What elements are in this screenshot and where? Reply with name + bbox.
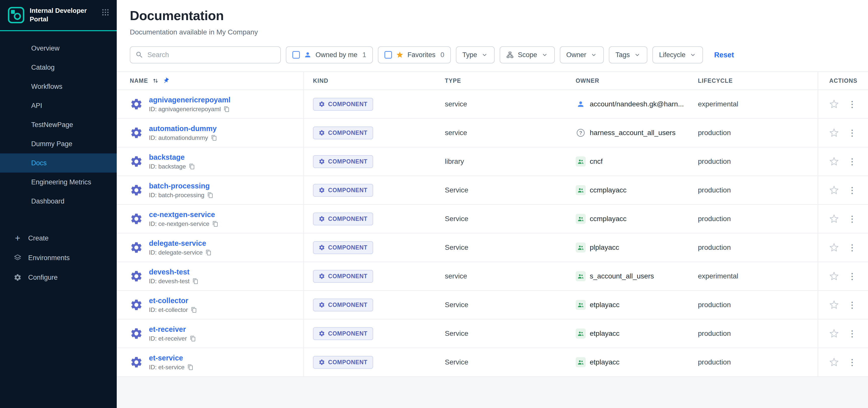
sidebar-item[interactable]: Overview	[0, 39, 117, 58]
table-row[interactable]: et-collector ID: et-collector COMPONENT …	[117, 291, 868, 319]
favorite-star-icon[interactable]	[829, 272, 839, 281]
owner-value: account/nandeesh.gk@harn...	[590, 100, 684, 108]
table-row[interactable]: ce-nextgen-service ID: ce-nextgen-servic…	[117, 205, 868, 233]
table-row[interactable]: et-receiver ID: et-receiver COMPONENT Se…	[117, 319, 868, 348]
entity-name-link[interactable]: ce-nextgen-service	[149, 211, 218, 219]
kebab-menu-icon[interactable]: ⋮	[847, 156, 858, 167]
favorite-star-icon[interactable]	[829, 329, 839, 338]
component-gear-icon	[130, 155, 143, 168]
copy-icon[interactable]	[207, 192, 213, 198]
copy-icon[interactable]	[191, 307, 197, 313]
table-row[interactable]: batch-processing ID: batch-processing CO…	[117, 176, 868, 205]
table-row[interactable]: et-service ID: et-service COMPONENT Serv…	[117, 348, 868, 377]
favorite-star-icon[interactable]	[829, 357, 839, 367]
column-header-kind: KIND	[304, 72, 440, 90]
sidebar-item[interactable]: Docs	[0, 153, 117, 172]
owned-by-me-filter[interactable]: Owned by me 1	[286, 46, 373, 63]
column-name-label[interactable]: NAME	[130, 77, 148, 84]
page-subtitle: Documentation available in My Company	[130, 28, 855, 36]
filter-dropdown[interactable]: Tags	[609, 46, 647, 63]
group-icon	[577, 330, 584, 337]
filter-dropdown[interactable]: Scope	[500, 46, 555, 63]
component-gear-icon	[130, 298, 143, 311]
entity-name-link[interactable]: et-service	[149, 354, 193, 362]
copy-icon[interactable]	[189, 163, 195, 169]
table-row[interactable]: automation-dummy ID: automationdummy COM…	[117, 119, 868, 148]
copy-icon[interactable]	[187, 364, 193, 370]
entity-id: ID: devesh-test	[149, 278, 189, 285]
favorite-star-icon[interactable]	[829, 214, 839, 224]
filter-dropdown[interactable]: Type	[456, 46, 495, 63]
kebab-menu-icon[interactable]: ⋮	[847, 300, 858, 310]
type-value: Service	[445, 329, 468, 338]
gear-icon	[318, 158, 325, 165]
table-row[interactable]: delegate-service ID: delegate-service CO…	[117, 233, 868, 262]
main-content: Documentation Documentation available in…	[117, 0, 868, 408]
search-input[interactable]	[144, 47, 280, 63]
favorites-filter[interactable]: Favorites 0	[378, 46, 451, 63]
lifecycle-value: production	[698, 215, 731, 223]
table-row[interactable]: backstage ID: backstage COMPONENT librar…	[117, 148, 868, 176]
column-lifecycle-label: LIFECYCLE	[698, 77, 733, 84]
sidebar-item-configure[interactable]: Configure	[0, 268, 117, 287]
favorite-star-icon[interactable]	[829, 157, 839, 166]
sidebar-item[interactable]: TestNewPage	[0, 115, 117, 134]
owner-icon: ?	[576, 214, 586, 224]
entity-name-link[interactable]: devesh-test	[149, 268, 198, 276]
table-row[interactable]: agnivagenericrepoyaml ID: agnivagenericr…	[117, 90, 868, 119]
group-icon	[577, 215, 584, 222]
sidebar-item[interactable]: Engineering Metrics	[0, 172, 117, 192]
kind-badge: COMPONENT	[313, 184, 373, 197]
favorite-star-icon[interactable]	[829, 300, 839, 310]
lifecycle-value: production	[698, 186, 731, 194]
sidebar-item-environments[interactable]: Environments	[0, 248, 117, 268]
kebab-menu-icon[interactable]: ⋮	[847, 242, 858, 253]
entity-name-link[interactable]: batch-processing	[149, 182, 213, 190]
copy-icon[interactable]	[224, 106, 230, 112]
copy-icon[interactable]	[190, 336, 196, 342]
kebab-menu-icon[interactable]: ⋮	[847, 99, 858, 109]
copy-icon[interactable]	[206, 250, 212, 256]
kebab-menu-icon[interactable]: ⋮	[847, 128, 858, 138]
type-value: service	[445, 272, 467, 280]
entity-name-link[interactable]: et-collector	[149, 296, 197, 305]
sort-icon[interactable]	[152, 77, 159, 84]
chevron-down-icon	[590, 51, 597, 58]
favorite-star-icon[interactable]	[829, 243, 839, 252]
apps-grid-icon[interactable]	[101, 8, 110, 17]
sidebar-item[interactable]: Workflows	[0, 77, 117, 96]
entity-name-link[interactable]: agnivagenericrepoyaml	[149, 96, 230, 104]
kebab-menu-icon[interactable]: ⋮	[847, 357, 858, 368]
group-icon	[577, 187, 584, 194]
pin-icon[interactable]	[161, 76, 170, 85]
kebab-menu-icon[interactable]: ⋮	[847, 328, 858, 339]
kind-badge: COMPONENT	[313, 327, 373, 340]
favorites-checkbox[interactable]	[384, 51, 392, 59]
sidebar-item[interactable]: Catalog	[0, 58, 117, 77]
favorite-star-icon[interactable]	[829, 99, 839, 109]
kebab-menu-icon[interactable]: ⋮	[847, 214, 858, 224]
kebab-menu-icon[interactable]: ⋮	[847, 271, 858, 281]
favorite-star-icon[interactable]	[829, 185, 839, 195]
entity-name-link[interactable]: automation-dummy	[149, 125, 217, 133]
copy-icon[interactable]	[192, 278, 198, 284]
sidebar-item[interactable]: Dummy Page	[0, 134, 117, 153]
kebab-menu-icon[interactable]: ⋮	[847, 185, 858, 195]
column-header-owner: OWNER	[572, 72, 695, 90]
gear-icon	[318, 302, 325, 308]
entity-name-link[interactable]: et-receiver	[149, 325, 196, 334]
sidebar-item-create[interactable]: + Create	[0, 228, 117, 248]
reset-filters-link[interactable]: Reset	[714, 51, 734, 59]
owned-by-me-checkbox[interactable]	[292, 51, 300, 59]
favorite-star-icon[interactable]	[829, 128, 839, 137]
filter-dropdown[interactable]: Lifecycle	[652, 46, 703, 63]
table-row[interactable]: devesh-test ID: devesh-test COMPONENT se…	[117, 262, 868, 291]
entity-name-link[interactable]: backstage	[149, 153, 195, 161]
entity-name-link[interactable]: delegate-service	[149, 239, 212, 248]
copy-icon[interactable]	[211, 135, 217, 141]
sidebar-item[interactable]: API	[0, 96, 117, 115]
copy-icon[interactable]	[212, 221, 218, 227]
sidebar-item[interactable]: Dashboard	[0, 192, 117, 211]
owner-icon: ?	[576, 300, 586, 310]
filter-dropdown[interactable]: Owner	[560, 46, 604, 63]
